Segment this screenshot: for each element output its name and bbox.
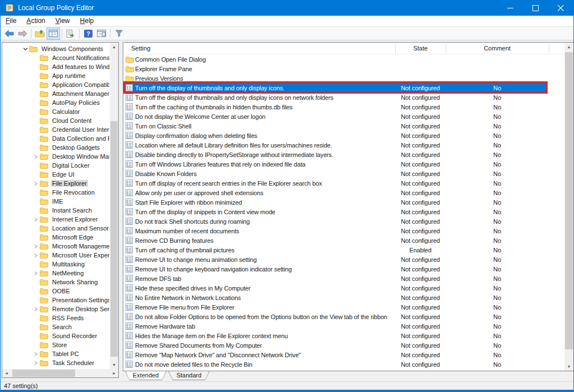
list-row[interactable]: Remove DFS tabNot configuredNo [123, 274, 564, 283]
scroll-down-icon[interactable]: ▼ [564, 362, 573, 371]
tree-item-tablet-pc[interactable]: Tablet PC [2, 349, 109, 358]
tree-item-desktop-window-man[interactable]: Desktop Window Man [2, 152, 109, 161]
list-row[interactable]: Hide these specified drives in My Comput… [123, 283, 564, 293]
list-row[interactable]: Allow only per user or approved shell ex… [123, 188, 564, 197]
tree-item-microsoft-edge[interactable]: Microsoft Edge [2, 233, 109, 242]
list-row[interactable]: Previous Versions [123, 73, 564, 83]
chevron-right-icon[interactable] [32, 244, 40, 249]
tree-item-add-features-to-windo[interactable]: Add features to Windo [2, 62, 109, 71]
list-row[interactable]: No Entire Network in Network LocationsNo… [123, 293, 564, 302]
scroll-down-icon[interactable]: ▼ [110, 361, 118, 369]
tree-item-rss-feeds[interactable]: RSS Feeds [2, 313, 109, 322]
list-row[interactable]: Turn on Classic ShellNot configuredNo [123, 121, 564, 131]
tree-item-remote-desktop-servi[interactable]: Remote Desktop Servi [2, 305, 109, 313]
menu-action[interactable]: Action [21, 16, 50, 26]
list-row[interactable]: Do not display the Welcome Center at use… [123, 112, 564, 121]
filter-icon[interactable] [112, 27, 126, 40]
chevron-right-icon[interactable] [32, 361, 40, 366]
tree-item-instant-search[interactable]: Instant Search [2, 206, 109, 215]
list-row[interactable]: Do not allow Folder Options to be opened… [123, 312, 564, 321]
tree-item-credential-user-interfa[interactable]: Credential User Interfa [2, 125, 109, 134]
chevron-right-icon[interactable] [32, 181, 40, 186]
tree-item-internet-explorer[interactable]: Internet Explorer [2, 215, 109, 224]
column-header-setting[interactable]: Setting [131, 43, 150, 54]
list-row[interactable]: Hides the Manage item on the File Explor… [123, 331, 564, 340]
menu-view[interactable]: View [50, 16, 75, 26]
tree-vertical-scrollbar[interactable]: ▲ ▼ [110, 43, 118, 369]
tree-item-attachment-manager[interactable]: Attachment Manager [2, 89, 109, 98]
tree-item-store[interactable]: Store [2, 340, 109, 349]
tree-item-data-collection-and-pr[interactable]: Data Collection and Pr [2, 134, 109, 143]
list-row[interactable]: Display confirmation dialog when deletin… [123, 131, 564, 140]
console-tree-icon[interactable] [47, 27, 60, 40]
list-row[interactable]: Turn off the display of thumbnails and o… [123, 83, 548, 93]
tree-item-microsoft-managemen[interactable]: Microsoft Managemen [2, 242, 109, 251]
export-list-icon[interactable] [64, 27, 77, 40]
scroll-left-icon[interactable]: ◄ [2, 369, 11, 377]
tree-item-file-revocation[interactable]: File Revocation [2, 188, 109, 197]
up-folder-icon[interactable] [33, 27, 47, 40]
list-row[interactable]: Remove "Map Network Drive" and "Disconne… [123, 350, 564, 359]
scroll-up-icon[interactable]: ▲ [564, 43, 573, 51]
chevron-right-icon[interactable] [32, 154, 40, 159]
tree-item-microsoft-user-experie[interactable]: Microsoft User Experie [2, 251, 109, 260]
list-row[interactable]: Remove File menu from File ExplorerNot c… [123, 302, 564, 312]
column-header-state[interactable]: State [395, 43, 446, 54]
tab-extended[interactable]: Extended [125, 371, 166, 380]
list-row[interactable]: Maximum number of recent documentsNot co… [123, 226, 564, 236]
menu-file[interactable]: File [1, 16, 21, 26]
tree-item-application-compatib[interactable]: Application Compatib [2, 80, 109, 89]
properties-window-icon[interactable] [95, 27, 108, 40]
chevron-right-icon[interactable] [32, 253, 40, 258]
list-row[interactable]: Turn off Windows Libraries features that… [123, 159, 564, 169]
tree-item-network-sharing[interactable]: Network Sharing [2, 278, 109, 287]
tree-item-calculator[interactable]: Calculator [2, 107, 109, 116]
list-row[interactable]: Do not move deleted files to the Recycle… [123, 359, 564, 369]
tree-item-netmeeting[interactable]: NetMeeting [2, 269, 109, 278]
tree-item-autoplay-policies[interactable]: AutoPlay Policies [2, 98, 109, 107]
list-row[interactable]: Common Open File Dialog [123, 54, 564, 64]
tree-item-multitasking[interactable]: Multitasking [2, 260, 109, 269]
list-row[interactable]: Turn off display of recent search entrie… [123, 178, 564, 188]
list-row[interactable]: Remove CD Burning featuresNot configured… [123, 236, 564, 245]
tree-item-search[interactable]: Search [2, 322, 109, 331]
column-header-comment[interactable]: Comment [446, 43, 549, 54]
tree-item-sound-recorder[interactable]: Sound Recorder [2, 331, 109, 340]
list-row[interactable]: Remove Shared Documents from My Computer… [123, 340, 564, 350]
list-row[interactable]: Location where all default Library defin… [123, 140, 564, 150]
chevron-down-icon[interactable] [21, 47, 29, 51]
scroll-right-icon[interactable]: ► [110, 369, 118, 377]
tree-item-edge-ui[interactable]: Edge UI [2, 170, 109, 179]
list-row[interactable]: Start File Explorer with ribbon minimize… [123, 197, 564, 207]
tree-item-presentation-settings[interactable]: Presentation Settings [2, 296, 109, 305]
list-row[interactable]: Remove UI to change menu animation setti… [123, 255, 564, 264]
tree-item-oobe[interactable]: OOBE [2, 287, 109, 296]
tree-item-digital-locker[interactable]: Digital Locker [2, 161, 109, 170]
tree-item-app-runtime[interactable]: App runtime [2, 71, 109, 80]
tab-standard[interactable]: Standard [168, 371, 210, 380]
tree-item-account-notifications[interactable]: Account Notifications [2, 53, 109, 62]
minimize-icon[interactable] [498, 0, 523, 16]
tree-item-cloud-content[interactable]: Cloud Content [2, 116, 109, 125]
maximize-icon[interactable] [523, 0, 548, 16]
list-row[interactable]: Do not track Shell shortcuts during roam… [123, 216, 564, 226]
list-row[interactable]: Turn off the display of thumbnails and o… [123, 93, 564, 102]
list-row[interactable]: Remove Hardware tabNot configuredNo [123, 321, 564, 331]
help-icon[interactable]: ? [81, 27, 95, 40]
tree-item-location-and-sensors[interactable]: Location and Sensors [2, 224, 109, 233]
close-icon[interactable] [548, 0, 573, 16]
tree-item-task-scheduler[interactable]: Task Scheduler [2, 358, 109, 367]
forward-arrow-icon[interactable] [16, 27, 29, 40]
chevron-right-icon[interactable] [32, 217, 40, 222]
tree-horizontal-scrollbar[interactable]: ◄ ► [2, 369, 118, 377]
list-row[interactable]: Disable Known FoldersNot configuredNo [123, 169, 564, 178]
list-row[interactable]: Turn off the caching of thumbnails in hi… [123, 102, 564, 112]
chevron-right-icon[interactable] [32, 307, 40, 312]
list-row[interactable]: Remove UI to change keyboard navigation … [123, 264, 564, 274]
chevron-right-icon[interactable] [32, 352, 40, 357]
scroll-up-icon[interactable]: ▲ [110, 43, 118, 51]
list-row[interactable]: Turn off caching of thumbnail picturesEn… [123, 245, 564, 255]
list-vertical-scrollbar[interactable]: ▲ ▼ [564, 43, 573, 371]
list-row[interactable]: Turn off the display of snippets in Cont… [123, 207, 564, 216]
tree-item-desktop-gadgets[interactable]: Desktop Gadgets [2, 143, 109, 152]
